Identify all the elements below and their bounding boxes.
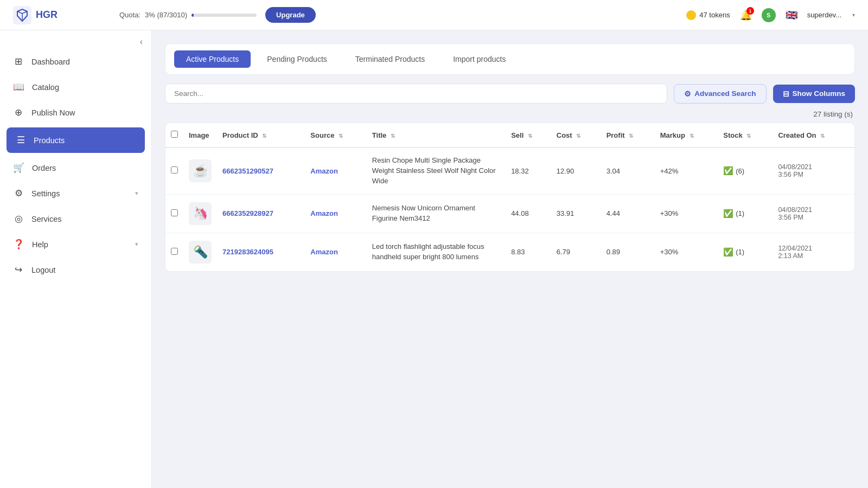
sidebar-item-orders[interactable]: 🛒 Orders bbox=[0, 155, 151, 181]
th-cost[interactable]: Cost ⇅ bbox=[551, 123, 601, 147]
sidebar-item-logout[interactable]: ↪ Logout bbox=[0, 257, 151, 282]
row-cost: 6.79 bbox=[551, 233, 601, 271]
help-icon: ❓ bbox=[13, 239, 24, 250]
sidebar-label-help: Help bbox=[32, 240, 127, 249]
source-link[interactable]: Amazon bbox=[310, 248, 338, 256]
show-columns-button[interactable]: ⊟ Show Columns bbox=[773, 85, 856, 103]
row-cost: 33.91 bbox=[551, 194, 601, 233]
table-row: 🔦 7219283624095 Amazon Led torch flashli… bbox=[165, 233, 854, 271]
sidebar-toggle[interactable]: ‹ bbox=[0, 30, 151, 49]
flag-icon: 🇬🇧 bbox=[786, 9, 797, 21]
source-link[interactable]: Amazon bbox=[310, 167, 338, 175]
row-markup: +30% bbox=[655, 233, 718, 271]
row-title: Resin Chope Multi Single Package Weight … bbox=[367, 147, 506, 194]
row-product-id[interactable]: 6662351290527 bbox=[217, 147, 305, 194]
tab-terminated-products[interactable]: Terminated Products bbox=[343, 50, 437, 68]
row-profit: 3.04 bbox=[601, 147, 655, 194]
row-checkbox-cell bbox=[165, 194, 183, 233]
row-source[interactable]: Amazon bbox=[305, 233, 366, 271]
product-image: ☕ bbox=[189, 159, 212, 182]
product-id-link[interactable]: 6662351290527 bbox=[222, 167, 273, 175]
th-product-id[interactable]: Product ID ⇅ bbox=[217, 123, 305, 147]
stock-check-icon: ✅ bbox=[723, 209, 733, 219]
row-image-cell: ☕ bbox=[183, 147, 217, 194]
th-title[interactable]: Title ⇅ bbox=[367, 123, 506, 147]
sidebar-item-catalog[interactable]: 📖 Catalog bbox=[0, 74, 151, 100]
sort-title-icon: ⇅ bbox=[391, 133, 395, 139]
sidebar-item-dashboard[interactable]: ⊞ Dashboard bbox=[0, 49, 151, 74]
row-sell: 8.83 bbox=[506, 233, 551, 271]
user-menu-chevron-icon[interactable]: ▾ bbox=[852, 12, 855, 18]
search-input[interactable] bbox=[165, 84, 667, 104]
tab-pending-products[interactable]: Pending Products bbox=[255, 50, 339, 68]
table-row: ☕ 6662351290527 Amazon Resin Chope Multi… bbox=[165, 147, 854, 194]
row-cost: 12.90 bbox=[551, 147, 601, 194]
th-source[interactable]: Source ⇅ bbox=[305, 123, 366, 147]
sort-sell-icon: ⇅ bbox=[528, 133, 532, 139]
row-checkbox-cell bbox=[165, 233, 183, 271]
row-product-id[interactable]: 7219283624095 bbox=[217, 233, 305, 271]
services-icon: ◎ bbox=[13, 213, 24, 224]
sidebar-item-publish-now[interactable]: ⊕ Publish Now bbox=[0, 100, 151, 125]
sort-markup-icon: ⇅ bbox=[690, 133, 694, 139]
row-image-cell: 🦄 bbox=[183, 194, 217, 233]
row-checkbox[interactable] bbox=[171, 209, 178, 216]
catalog-icon: 📖 bbox=[13, 81, 24, 93]
sidebar: ‹ ⊞ Dashboard 📖 Catalog ⊕ Publish Now ☰ … bbox=[0, 30, 152, 488]
stock-check-icon: ✅ bbox=[723, 247, 733, 257]
row-stock: ✅ (1) bbox=[718, 194, 773, 233]
settings-arrow-icon: ▾ bbox=[135, 190, 138, 197]
row-sell: 44.08 bbox=[506, 194, 551, 233]
quota-value: 3% (87/3010) bbox=[145, 11, 187, 19]
th-image: Image bbox=[183, 123, 217, 147]
search-action-bar: ⚙ Advanced Search ⊟ Show Columns bbox=[165, 84, 855, 104]
sidebar-item-help[interactable]: ❓ Help ▾ bbox=[0, 232, 151, 257]
source-link[interactable]: Amazon bbox=[310, 209, 338, 217]
tokens-count: 47 tokens bbox=[699, 11, 730, 19]
th-markup[interactable]: Markup ⇅ bbox=[655, 123, 718, 147]
stock-badge: ✅ (6) bbox=[723, 166, 744, 176]
row-title: Nemesis Now Unicorn Ornament Figurine Ne… bbox=[367, 194, 506, 233]
token-icon bbox=[686, 10, 696, 20]
sidebar-item-products[interactable]: ☰ Products bbox=[7, 127, 145, 153]
tab-active-products[interactable]: Active Products bbox=[174, 50, 251, 68]
th-profit[interactable]: Profit ⇅ bbox=[601, 123, 655, 147]
row-checkbox[interactable] bbox=[171, 166, 178, 174]
sidebar-item-services[interactable]: ◎ Services bbox=[0, 206, 151, 232]
th-sell[interactable]: Sell ⇅ bbox=[506, 123, 551, 147]
row-image-cell: 🔦 bbox=[183, 233, 217, 271]
product-id-link[interactable]: 6662352928927 bbox=[222, 209, 273, 217]
logo-text: HGR bbox=[36, 9, 58, 21]
notifications-button[interactable]: 🔔 1 bbox=[740, 9, 752, 21]
advanced-search-button[interactable]: ⚙ Advanced Search bbox=[674, 84, 766, 104]
sidebar-label-orders: Orders bbox=[32, 164, 138, 172]
select-all-checkbox[interactable] bbox=[171, 131, 178, 138]
quota-bar bbox=[192, 14, 257, 17]
tab-import-products[interactable]: Import products bbox=[441, 50, 518, 68]
row-source[interactable]: Amazon bbox=[305, 194, 366, 233]
product-id-link[interactable]: 7219283624095 bbox=[222, 248, 273, 256]
row-source[interactable]: Amazon bbox=[305, 147, 366, 194]
row-markup: +42% bbox=[655, 147, 718, 194]
sort-created-on-icon: ⇅ bbox=[820, 133, 825, 139]
row-checkbox-cell bbox=[165, 147, 183, 194]
logout-icon: ↪ bbox=[13, 264, 24, 275]
th-created-on[interactable]: Created On ⇅ bbox=[773, 123, 854, 147]
sidebar-label-catalog: Catalog bbox=[32, 83, 138, 92]
th-stock[interactable]: Stock ⇅ bbox=[718, 123, 773, 147]
upgrade-button[interactable]: Upgrade bbox=[265, 7, 316, 23]
tokens-area: 47 tokens bbox=[686, 10, 730, 20]
row-product-id[interactable]: 6662352928927 bbox=[217, 194, 305, 233]
advanced-search-icon: ⚙ bbox=[684, 89, 691, 98]
collapse-sidebar-button[interactable]: ‹ bbox=[140, 37, 143, 47]
search-wrapper bbox=[165, 84, 667, 104]
row-created-on: 12/04/20212:13 AM bbox=[773, 233, 854, 271]
sidebar-nav: ⊞ Dashboard 📖 Catalog ⊕ Publish Now ☰ Pr… bbox=[0, 49, 151, 282]
sort-profit-icon: ⇅ bbox=[629, 133, 633, 139]
sidebar-item-settings[interactable]: ⚙ Settings ▾ bbox=[0, 181, 151, 206]
topbar-right: 47 tokens 🔔 1 S 🇬🇧 superdev... ▾ bbox=[686, 8, 855, 22]
help-arrow-icon: ▾ bbox=[135, 241, 138, 248]
table-row: 🦄 6662352928927 Amazon Nemesis Now Unico… bbox=[165, 194, 854, 233]
main-content: Active Products Pending Products Termina… bbox=[152, 30, 868, 488]
row-checkbox[interactable] bbox=[171, 248, 178, 255]
